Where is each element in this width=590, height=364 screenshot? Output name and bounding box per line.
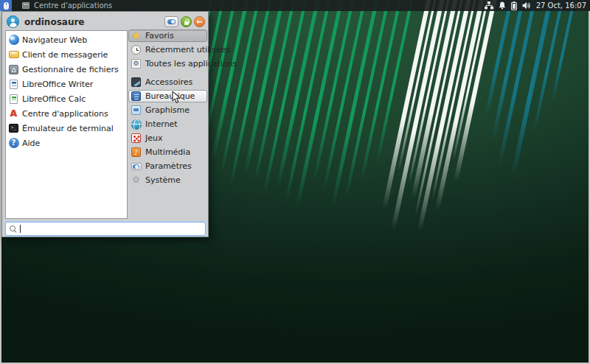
libreoffice-writer-icon	[8, 79, 19, 90]
category-multimedia[interactable]: ♪ Multimédia	[128, 146, 207, 158]
menu-header: ordinosaure ←	[5, 13, 205, 30]
arrow-left-icon: ←	[196, 18, 202, 26]
help-icon: ?	[8, 138, 19, 149]
wallpaper-stripe	[284, 0, 332, 205]
accessories-icon	[131, 77, 142, 88]
graphics-icon	[131, 105, 142, 116]
network-icon[interactable]	[485, 1, 493, 10]
username: ordinosaure	[24, 17, 85, 27]
whisker-menu: ordinosaure ← Navigateur Web Client de m…	[1, 11, 209, 237]
terminal-icon: >_	[8, 123, 19, 134]
category-office[interactable]: Bureautique	[128, 90, 207, 102]
volume-icon[interactable]	[522, 1, 531, 10]
office-icon	[131, 91, 142, 102]
lock-screen-button[interactable]	[181, 16, 192, 27]
settings-toggle-icon	[131, 161, 142, 172]
system-gear-icon: ⚙	[131, 175, 142, 186]
category-graphics[interactable]: Graphisme	[128, 104, 207, 116]
libreoffice-calc-icon	[8, 94, 19, 105]
recent-clock-icon	[131, 44, 142, 55]
search-icon	[10, 225, 16, 232]
category-games[interactable]: Jeux	[128, 132, 207, 144]
category-recently-used[interactable]: Récemment utilisées	[128, 43, 207, 56]
user-avatar[interactable]	[7, 15, 19, 28]
category-favorites[interactable]: ★ Favoris	[128, 29, 207, 42]
menu-item-app-center[interactable]: A Centre d'applications	[6, 106, 127, 121]
all-applications-icon: ⚙	[131, 58, 142, 69]
wallpaper-stripe	[330, 0, 380, 209]
top-panel: Centre d'applications 27 Oct, 16:07	[0, 0, 590, 11]
star-icon: ★	[131, 30, 142, 41]
panel-clock[interactable]: 27 Oct, 16:07	[536, 1, 586, 10]
taskbar-window-button[interactable]: Centre d'applications	[18, 0, 117, 11]
menu-item-libreoffice-writer[interactable]: LibreOffice Writer	[6, 77, 127, 91]
battery-icon[interactable]	[511, 1, 517, 10]
games-icon	[131, 133, 142, 144]
settings-button[interactable]	[164, 16, 178, 27]
multimedia-icon: ♪	[131, 147, 142, 158]
search-input[interactable]	[19, 223, 204, 234]
search-field-wrap	[5, 222, 206, 236]
mouse-cursor	[172, 91, 181, 104]
menu-item-libreoffice-calc[interactable]: LibreOffice Calc	[6, 91, 127, 106]
notifications-bell-icon[interactable]	[499, 1, 506, 10]
category-accessories[interactable]: Accessoires	[128, 76, 207, 88]
category-settings[interactable]: Paramètres	[128, 160, 207, 172]
favorites-list: Navigateur Web Client de messagerie ⌂ Ge…	[5, 30, 128, 219]
menu-item-mail-client[interactable]: Client de messagerie	[6, 47, 127, 62]
wallpaper-stripe	[344, 0, 391, 200]
menu-item-terminal[interactable]: >_ Émulateur de terminal	[6, 121, 127, 136]
category-system[interactable]: ⚙ Système	[128, 174, 207, 186]
whisker-menu-icon	[4, 2, 9, 10]
menu-item-web-browser[interactable]: Navigateur Web	[6, 32, 127, 47]
wallpaper-stripe	[550, 0, 577, 104]
padlock-icon	[184, 21, 189, 25]
system-tray: 27 Oct, 16:07	[485, 1, 590, 10]
toggle-switch-icon	[167, 19, 176, 24]
applications-menu-button[interactable]	[0, 0, 12, 11]
wallpaper-stripe	[417, 0, 472, 234]
menu-item-file-manager[interactable]: ⌂ Gestionnaire de fichiers	[6, 62, 127, 77]
categories-list: ★ Favoris Récemment utilisées ⚙ Toutes l…	[128, 29, 207, 188]
mail-client-icon	[8, 49, 19, 60]
log-out-button[interactable]: ←	[194, 16, 205, 27]
window-icon	[22, 2, 30, 9]
category-all-applications[interactable]: ⚙ Toutes les applications	[128, 57, 207, 70]
app-center-icon: A	[8, 108, 19, 119]
menu-item-help[interactable]: ? Aide	[6, 136, 127, 150]
internet-icon	[131, 119, 142, 130]
category-internet[interactable]: Internet	[128, 118, 207, 130]
web-browser-icon	[8, 35, 19, 46]
window-title: Centre d'applications	[34, 1, 112, 10]
file-manager-icon: ⌂	[8, 64, 19, 75]
